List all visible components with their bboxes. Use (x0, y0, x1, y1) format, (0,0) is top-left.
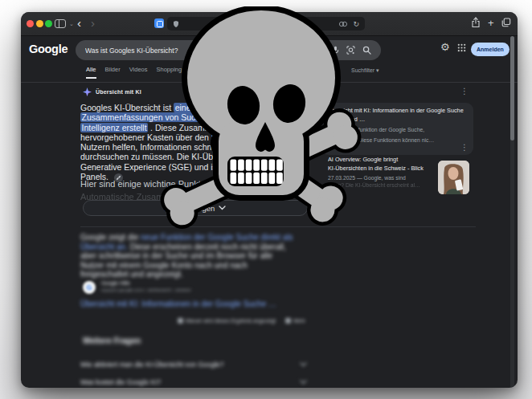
related-questions-title: Weitere Fragen (83, 336, 141, 345)
source-card[interactable]: Übersicht mit KI: Informationen in der G… (321, 103, 473, 155)
reload-icon[interactable]: ↻ (353, 20, 359, 28)
ai-overview-title: Übersicht mit KI (96, 89, 141, 95)
search-icon[interactable] (362, 46, 371, 55)
google-header: Google Was ist Googles KI-Übersicht? ⚙ A… (21, 36, 518, 83)
blurred-paragraph: Google zeigt die neue Funktion der Googl… (80, 233, 326, 279)
scrollbar-thumb[interactable] (510, 36, 514, 140)
google-lens-icon[interactable] (346, 46, 355, 55)
tab-overview-icon[interactable] (501, 18, 511, 27)
tab-videos[interactable]: Videos (129, 66, 148, 79)
feedback-link[interactable]: Mehr (285, 318, 305, 324)
new-tab-icon[interactable]: + (488, 18, 494, 28)
blurred-link[interactable]: Übersicht an. (80, 242, 128, 251)
news-result-snippet: …ten? Die KI-Übersicht erscheint al… (328, 182, 437, 188)
ai-sparkle-icon (83, 88, 92, 96)
tab-bilder[interactable]: Bilder (105, 66, 121, 79)
show-more-button[interactable]: Mehr anzeigen (83, 200, 308, 216)
settings-gear-icon[interactable]: ⚙ (440, 42, 450, 52)
highlighted-text: Zusammenfassungen von Suchergebnissen (80, 112, 248, 122)
browser-window: ⌄ ‹ › ↻ + Google Was ist Googles KI-Über… (21, 12, 518, 388)
result-link[interactable]: Übersicht mit KI: Informationen in der G… (80, 299, 276, 308)
related-questions-list: Wie aktiviert man die KI-Übersicht von G… (80, 356, 307, 388)
blurred-text-line: aber schrittweise in der Suche und im Br… (80, 251, 326, 261)
microphone-icon[interactable] (332, 46, 339, 55)
flag-icon (285, 318, 291, 324)
ai-text-line: Intelligenz erstellt . Diese Zusammenfas (80, 123, 321, 132)
highlighted-text: Intelligenz erstellt (80, 123, 148, 132)
about-result-link[interactable]: Warum wird dieses Ergebnis angezeigt (178, 318, 276, 324)
address-bar[interactable]: ↻ (167, 17, 365, 31)
titlebar-actions: + (471, 17, 511, 28)
forward-button[interactable]: › (91, 15, 95, 31)
zoom-window-button[interactable] (45, 20, 52, 27)
shield-icon (173, 20, 179, 28)
blurred-link[interactable]: neue Funktion der Google Suche direkt al… (141, 233, 293, 242)
source-card-title[interactable]: Übersicht mit KI: Informationen in der G… (328, 107, 467, 116)
result-source-url: support.google.com › websearch › answer (101, 287, 191, 292)
tab-alle[interactable]: Alle (86, 66, 96, 79)
sidebar-icon[interactable] (55, 19, 66, 28)
ai-overview-menu-icon[interactable]: ⋮ (460, 87, 469, 96)
chevron-down-icon (219, 206, 226, 210)
blurred-text-line: freigeschaltet und angezeigt. (80, 270, 326, 279)
ai-overview-label: Übersicht mit KI (83, 88, 141, 96)
article-thumbnail[interactable] (438, 161, 469, 194)
ai-text-line: Zusammenfassungen von Suchergebnissen (80, 112, 321, 122)
google-logo[interactable]: Google (29, 43, 68, 55)
source-card-menu-icon[interactable]: ⋮ (460, 143, 469, 153)
result-favicon: G (83, 281, 96, 294)
search-input[interactable]: Was ist Googles KI-Übersicht? (85, 47, 325, 55)
blurred-text-line: Google zeigt die neue Funktion der Googl… (80, 233, 326, 242)
blurred-text-line: Übersicht an. Diese erscheinen derzeit n… (80, 242, 326, 252)
browser-titlebar: ⌄ ‹ › ↻ + (21, 12, 518, 36)
share-icon[interactable] (471, 17, 481, 28)
search-filter-dropdown[interactable]: Suchfilter ▾ (351, 67, 379, 74)
result-feedback-row: Warum wird dieses Ergebnis angezeigt Meh… (80, 318, 305, 324)
ai-text-line: Generative Experience (SGE) und ist ein (80, 162, 321, 172)
desktop: ⌄ ‹ › ↻ + Google Was ist Googles KI-Über… (0, 0, 532, 399)
blurred-text-line: Nutzer mit einem Google Konto nach und n… (80, 261, 326, 271)
news-result-meta: 27.03.2025 — Google, was sind (328, 175, 437, 181)
back-button[interactable]: ‹ (77, 15, 81, 31)
tab-group-chevron-icon[interactable]: ⌄ (69, 21, 74, 27)
news-result[interactable]: AI Overview: Google bringt KI-Übersichte… (328, 156, 437, 188)
close-window-button[interactable] (27, 20, 34, 27)
ai-overview-text: Googles KI-Übersicht ist eine Funktion,Z… (80, 103, 321, 182)
sign-in-button[interactable]: Anmelden (471, 43, 509, 56)
ai-text-line: durchsuchen zu müssen. Die KI-Übersicht (80, 152, 321, 161)
tab-shopping[interactable]: Shopping (157, 66, 182, 79)
ai-text-line: Nutzern helfen, Informationen schneller … (80, 142, 321, 152)
apps-grid-icon[interactable] (457, 43, 466, 52)
ai-text-line: Googles KI-Übersicht ist eine Funktion, (80, 103, 321, 112)
search-bar[interactable]: Was ist Googles KI-Übersicht? (76, 40, 381, 60)
result-source-name: Google Hilfe (101, 280, 130, 286)
news-result-title[interactable]: AI Overview: Google bringt (328, 156, 437, 165)
chevron-down-icon (300, 380, 307, 385)
section-divider (80, 226, 476, 227)
tab-k[interactable]: K (190, 66, 194, 79)
source-card-snippet: ist eine Kernfunktion der Google Suche, (328, 126, 467, 134)
info-icon (178, 318, 183, 324)
extension-icon[interactable] (154, 18, 164, 28)
privacy-report-icon[interactable] (338, 21, 348, 27)
related-question-row[interactable]: Wie aktiviert man die KI-Übersicht von G… (80, 356, 307, 373)
search-tabs: AlleBilderVideosShoppingK (86, 66, 194, 79)
ai-overview-subline: Hier sind einige wichtige Punkte zur KI-… (80, 179, 240, 189)
minimize-window-button[interactable] (36, 20, 43, 27)
chevron-down-icon (300, 362, 307, 367)
related-question-row[interactable]: Was kostet die Google KI? (80, 373, 307, 388)
highlighted-text: eine Funktion, (174, 103, 229, 112)
ai-text-line: hervorgehobener Kasten über den Sucherge… (80, 132, 321, 142)
